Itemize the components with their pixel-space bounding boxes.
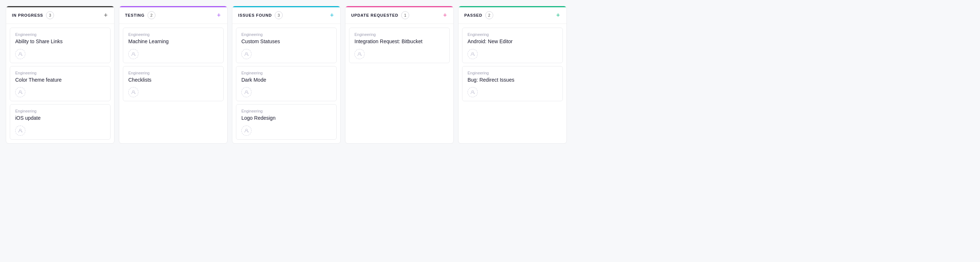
card[interactable]: EngineeringAndroid: New Editor	[462, 27, 563, 63]
add-assignee-button[interactable]	[15, 87, 25, 97]
card-team-label: Engineering	[15, 71, 105, 75]
card[interactable]: EngineeringColor Theme feature	[10, 66, 111, 102]
card[interactable]: EngineeringCustom Statuses	[236, 27, 337, 63]
card-avatars	[128, 87, 218, 97]
column-title-update-requested: UPDATE REQUESTED	[351, 13, 398, 18]
column-count-issues-found: 3	[275, 11, 283, 19]
column-header-issues-found: ISSUES FOUND3+	[232, 6, 340, 24]
column-title-in-progress: IN PROGRESS	[12, 13, 43, 18]
card-avatars	[468, 87, 557, 97]
card-avatars	[241, 87, 331, 97]
card-avatars	[241, 126, 331, 136]
add-assignee-button[interactable]	[468, 87, 478, 97]
card[interactable]: EngineeringAbility to Share Links	[10, 27, 111, 63]
card-title: Bug: Redirect Issues	[468, 77, 557, 84]
add-assignee-button[interactable]	[468, 49, 478, 59]
card-title: Integration Request: Bitbucket	[355, 38, 444, 45]
add-assignee-button[interactable]	[241, 49, 251, 59]
kanban-board: IN PROGRESS3+EngineeringAbility to Share…	[0, 0, 980, 150]
card-team-label: Engineering	[355, 32, 444, 37]
column-add-button-issues-found[interactable]: +	[329, 12, 334, 19]
card-title: Checklists	[128, 77, 218, 84]
add-assignee-button[interactable]	[241, 87, 251, 97]
card-team-label: Engineering	[128, 32, 218, 37]
column-count-passed: 2	[485, 11, 493, 19]
column-update-requested: UPDATE REQUESTED1+EngineeringIntegration…	[345, 6, 454, 144]
column-header-testing: TESTING2+	[119, 6, 227, 24]
column-in-progress: IN PROGRESS3+EngineeringAbility to Share…	[6, 6, 115, 144]
card[interactable]: EngineeringBug: Redirect Issues	[462, 66, 563, 102]
card-team-label: Engineering	[241, 109, 331, 113]
card-avatars	[128, 49, 218, 59]
card-team-label: Engineering	[15, 32, 105, 37]
add-assignee-button[interactable]	[128, 49, 138, 59]
card[interactable]: EngineeringChecklists	[123, 66, 224, 102]
card-title: Custom Statuses	[241, 38, 331, 45]
column-body-in-progress: EngineeringAbility to Share Links Engine…	[6, 24, 114, 143]
column-count-in-progress: 3	[46, 11, 54, 19]
column-title-issues-found: ISSUES FOUND	[238, 13, 272, 18]
card-title: Color Theme feature	[15, 77, 105, 84]
column-count-update-requested: 1	[401, 11, 409, 19]
card-avatars	[15, 49, 105, 59]
column-passed: PASSED2+EngineeringAndroid: New Editor E…	[458, 6, 567, 144]
card[interactable]: EngineeringDark Mode	[236, 66, 337, 102]
column-add-button-passed[interactable]: +	[555, 12, 561, 19]
column-count-testing: 2	[148, 11, 156, 19]
add-assignee-button[interactable]	[15, 126, 25, 136]
card-title: iOS update	[15, 115, 105, 122]
card[interactable]: EngineeringMachine Learning	[123, 27, 224, 63]
column-body-update-requested: EngineeringIntegration Request: Bitbucke…	[345, 24, 453, 143]
add-assignee-button[interactable]	[241, 126, 251, 136]
card-title: Android: New Editor	[468, 38, 557, 45]
card-title: Ability to Share Links	[15, 38, 105, 45]
card-team-label: Engineering	[241, 71, 331, 75]
card-title: Machine Learning	[128, 38, 218, 45]
card-avatars	[241, 49, 331, 59]
column-title-testing: TESTING	[125, 13, 145, 18]
card[interactable]: EngineeringiOS update	[10, 104, 111, 140]
column-body-issues-found: EngineeringCustom Statuses EngineeringDa…	[232, 24, 340, 143]
column-testing: TESTING2+EngineeringMachine Learning Eng…	[119, 6, 228, 144]
card-team-label: Engineering	[128, 71, 218, 75]
card-title: Logo Redesign	[241, 115, 331, 122]
column-header-update-requested: UPDATE REQUESTED1+	[345, 6, 453, 24]
column-body-passed: EngineeringAndroid: New Editor Engineeri…	[458, 24, 566, 143]
column-title-passed: PASSED	[464, 13, 482, 18]
column-header-passed: PASSED2+	[458, 6, 566, 24]
add-assignee-button[interactable]	[15, 49, 25, 59]
card-avatars	[15, 87, 105, 97]
add-assignee-button[interactable]	[355, 49, 364, 59]
card-team-label: Engineering	[15, 109, 105, 113]
card-avatars	[355, 49, 444, 59]
column-add-button-update-requested[interactable]: +	[442, 12, 448, 19]
card-avatars	[468, 49, 557, 59]
column-add-button-in-progress[interactable]: +	[103, 12, 108, 19]
card-team-label: Engineering	[241, 32, 331, 37]
card-team-label: Engineering	[468, 71, 557, 75]
card-team-label: Engineering	[468, 32, 557, 37]
column-add-button-testing[interactable]: +	[216, 12, 221, 19]
column-header-in-progress: IN PROGRESS3+	[6, 6, 114, 24]
column-issues-found: ISSUES FOUND3+EngineeringCustom Statuses…	[232, 6, 341, 144]
card-avatars	[15, 126, 105, 136]
add-assignee-button[interactable]	[128, 87, 138, 97]
card-title: Dark Mode	[241, 77, 331, 84]
card[interactable]: EngineeringLogo Redesign	[236, 104, 337, 140]
card[interactable]: EngineeringIntegration Request: Bitbucke…	[349, 27, 450, 63]
column-body-testing: EngineeringMachine Learning EngineeringC…	[119, 24, 227, 143]
